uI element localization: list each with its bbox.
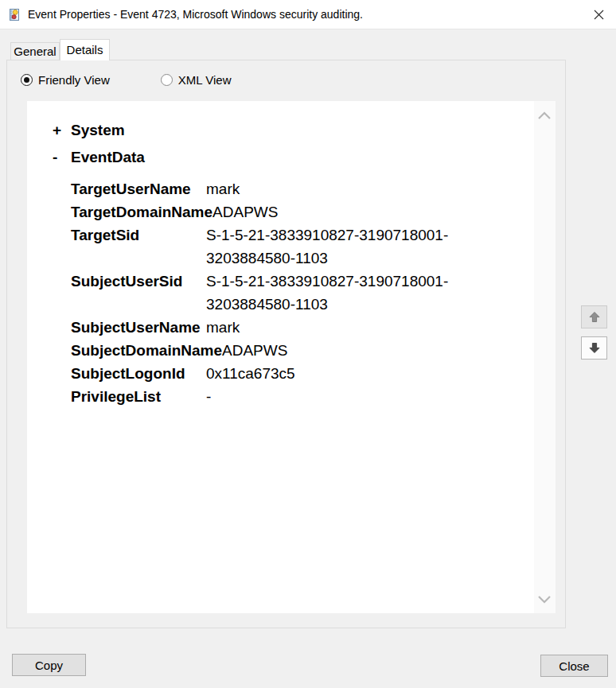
window-title: Event Properties - Event 4723, Microsoft…	[28, 8, 363, 21]
expand-toggle-icon[interactable]: +	[53, 122, 71, 139]
row-value: -	[206, 385, 211, 408]
friendly-view-label: Friendly View	[38, 73, 110, 87]
table-row: SubjectUserNamemark	[71, 316, 532, 339]
details-tab-panel: Friendly View XML View +System -EventDat…	[6, 60, 566, 628]
collapse-toggle-icon[interactable]: -	[53, 149, 71, 166]
row-value: S-1-5-21-3833910827-3190718001-320388458…	[206, 224, 473, 270]
row-value: 0x11ca673c5	[206, 362, 295, 385]
arrow-up-icon	[588, 311, 601, 323]
event-properties-dialog: { "window": { "title": "Event Properties…	[0, 0, 616, 688]
tree-node-system-label: System	[71, 122, 125, 138]
row-name: SubjectLogonId	[71, 362, 206, 385]
table-row: TargetUserNamemark	[71, 177, 532, 200]
table-row: PrivilegeList-	[71, 385, 532, 408]
radio-selected-icon	[21, 74, 33, 86]
row-name: PrivilegeList	[71, 385, 206, 408]
table-row: SubjectDomainNameADAPWS	[71, 339, 532, 362]
row-name: SubjectDomainName	[71, 339, 222, 362]
event-log-icon	[7, 8, 21, 21]
close-x-button[interactable]	[587, 4, 610, 25]
radio-unselected-icon	[161, 74, 173, 86]
eventdata-rows: TargetUserNamemark TargetDomainNameADAPW…	[71, 177, 532, 408]
row-value: S-1-5-21-3833910827-3190718001-320388458…	[206, 270, 473, 316]
close-x-icon	[594, 10, 604, 20]
row-value: ADAPWS	[222, 339, 287, 362]
table-row: SubjectLogonId0x11ca673c5	[71, 362, 532, 385]
friendly-view-tree: +System -EventData TargetUserNamemark Ta…	[27, 101, 556, 408]
copy-button[interactable]: Copy	[12, 654, 86, 676]
row-name: TargetDomainName	[71, 200, 212, 224]
table-row: SubjectUserSidS-1-5-21-3833910827-319071…	[71, 270, 532, 316]
row-value: mark	[206, 316, 240, 339]
row-name: TargetSid	[71, 224, 206, 247]
titlebar: Event Properties - Event 4723, Microsoft…	[0, 0, 616, 29]
xml-view-radio[interactable]: XML View	[161, 73, 232, 87]
table-row: TargetDomainNameADAPWS	[71, 200, 532, 224]
row-name: SubjectUserSid	[71, 270, 206, 293]
scrollbar-track[interactable]	[534, 101, 556, 613]
previous-event-button[interactable]	[581, 305, 607, 328]
next-event-button[interactable]	[581, 336, 607, 360]
table-row: TargetSidS-1-5-21-3833910827-3190718001-…	[71, 224, 532, 270]
xml-view-label: XML View	[178, 73, 232, 87]
friendly-view-radio[interactable]: Friendly View	[21, 73, 110, 87]
scroll-up-icon[interactable]	[537, 111, 552, 120]
row-name: TargetUserName	[71, 177, 206, 200]
row-name: SubjectUserName	[71, 316, 206, 339]
row-value: mark	[206, 177, 240, 200]
tab-details[interactable]: Details	[60, 39, 110, 60]
scroll-down-icon[interactable]	[537, 595, 552, 604]
view-options: Friendly View XML View	[21, 71, 231, 88]
tree-node-system[interactable]: +System	[53, 122, 532, 139]
tab-general[interactable]: General	[10, 42, 60, 60]
tree-node-eventdata[interactable]: -EventData	[53, 149, 532, 166]
tree-node-eventdata-label: EventData	[71, 149, 145, 165]
arrow-down-icon	[588, 342, 601, 354]
row-value: ADAPWS	[212, 200, 278, 224]
event-detail-view: +System -EventData TargetUserNamemark Ta…	[27, 101, 556, 613]
close-button[interactable]: Close	[540, 655, 608, 677]
